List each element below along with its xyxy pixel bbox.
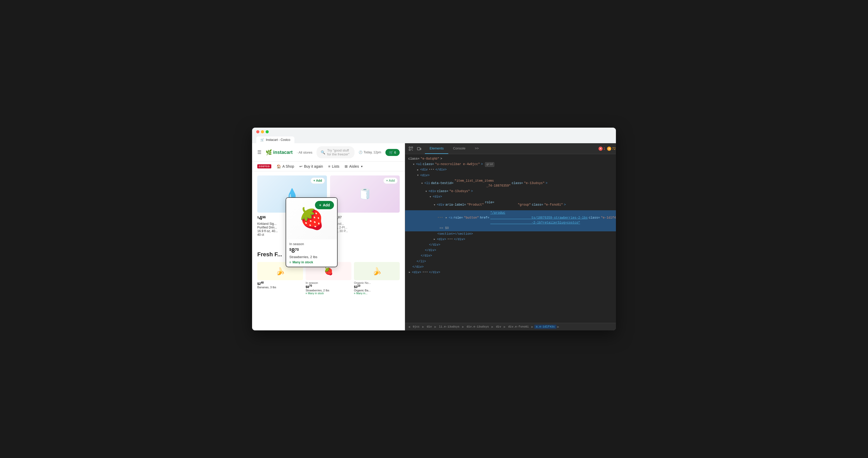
tissue-price: $2487: [330, 215, 400, 221]
close-button[interactable]: [256, 130, 259, 133]
grid-badge: grid: [485, 162, 494, 167]
tissue-name: Kirkland...Issue, 2-Pl...heets, 30 P...: [330, 222, 400, 233]
browser-window: 🛒 Instacart - Costco ☰ 🌿 instacart · All…: [252, 128, 616, 330]
strawberry-image-large: 🍓 + Add: [286, 198, 337, 239]
add-water-button[interactable]: + Add: [311, 178, 325, 184]
price-integer: 8: [291, 247, 295, 254]
warning-badge: ⚠ 72: [607, 147, 615, 151]
breadcrumb-9jcc[interactable]: 9jcc: [411, 325, 421, 329]
organic-label: Organic No...: [354, 281, 400, 284]
dt-line-12[interactable]: ▶ <div> ••• </div>: [405, 237, 616, 242]
add-label: Add: [323, 203, 330, 207]
minimize-button[interactable]: [261, 130, 264, 133]
maximize-button[interactable]: [266, 130, 269, 133]
tab-elements[interactable]: Elements: [425, 143, 448, 154]
browser-tab[interactable]: 🛒 Instacart - Costco: [256, 136, 294, 143]
breadcrumb-div[interactable]: div: [425, 325, 433, 329]
browser-chrome: 🛒 Instacart - Costco: [252, 128, 616, 143]
instacart-header: ☰ 🌿 instacart · All stores 🔍 Try "good s…: [252, 143, 405, 162]
strawberry-icon-small: 🍓: [324, 267, 333, 276]
dt-line-10-equals: == $0: [405, 225, 616, 231]
stock-indicator-large: ≡ Many in stock: [289, 261, 334, 264]
banana-price: $248: [257, 281, 303, 286]
dt-line-7[interactable]: ▼ <div>: [405, 194, 616, 200]
banana-icon: 🍌: [276, 267, 285, 276]
devtools-pane: Elements Console >> ✕ 1 ⚠ 72 ! 27: [405, 143, 616, 330]
collapse-arrow-7[interactable]: ▼: [433, 204, 436, 206]
collapse-arrow-3[interactable]: ▼: [416, 174, 419, 177]
breadcrumb-div-efsno8i[interactable]: div.e-fsno8i: [506, 325, 530, 329]
svg-rect-0: [409, 147, 410, 148]
product-card-tissue: 🧻 + Add $2487 Kirkland...Issue, 2-Pl...h…: [330, 176, 400, 213]
breadcrumb-a-e1dlf43s[interactable]: a.e-1dlf43s: [534, 325, 556, 329]
dt-line-4[interactable]: ▼ <div>: [405, 173, 616, 178]
aisles-chevron-icon: ▼: [361, 165, 363, 168]
dt-line-14: </div>: [405, 248, 616, 253]
stock-icon-large: ≡: [289, 261, 291, 264]
in-season-small: In season: [306, 281, 351, 284]
dt-line-1: class="e-8atqhb">: [405, 156, 616, 162]
nav-aisles[interactable]: ⊞ Aisles ▼: [345, 164, 363, 169]
svg-rect-2: [409, 149, 410, 151]
collapse-arrow-1[interactable]: ▼: [412, 163, 415, 166]
plus-icon: +: [319, 203, 321, 207]
nav-shop[interactable]: 🏠 A Shop: [277, 164, 294, 169]
dt-line-6[interactable]: ▼ <div class="e-13udsys">: [405, 189, 616, 194]
product-card-organic: 🍌 Organic No... $310 Organic Ba... ≡ Man…: [354, 262, 400, 295]
warning-count-circle: ⚠: [607, 147, 611, 151]
store-selector[interactable]: · All stores: [297, 151, 312, 154]
breadcrumb-div2[interactable]: div: [494, 325, 503, 329]
strawberry-small-name: Strawberries, 2 lbs: [306, 289, 351, 292]
dt-line-16: </li>: [405, 259, 616, 264]
tab-console[interactable]: Console: [448, 143, 470, 154]
device-toggle-icon[interactable]: [415, 145, 423, 152]
products-area: 💧 + Add $496 Kirkland Sig...Purified Dri…: [252, 171, 405, 299]
search-bar[interactable]: 🔍 Try "good stuff for the freezer": [316, 146, 354, 158]
dt-line-5[interactable]: ▼ <li data-testid="item_list_item_items …: [405, 178, 616, 189]
tab-more[interactable]: >>: [470, 143, 484, 154]
strawberry-card-body: In season $870 Strawberries, 2 lbs ≡ Man…: [286, 239, 337, 267]
collapse-arrow-4[interactable]: ▼: [421, 182, 423, 185]
add-tissue-button[interactable]: + Add: [383, 178, 398, 184]
dt-line-15: </div>: [405, 253, 616, 258]
hamburger-menu[interactable]: ☰: [257, 149, 261, 155]
dt-line-18[interactable]: ▶ <div> ••• </div>: [405, 270, 616, 275]
organic-image: 🍌: [354, 262, 400, 280]
in-season-label-large: In season: [289, 242, 334, 246]
dt-line-8[interactable]: ▼ <div aria-label="Product" role= "group…: [405, 200, 616, 210]
instacart-logo-text: instacart: [273, 150, 292, 155]
dt-line-3[interactable]: ▶ <div ••• </div>: [405, 167, 616, 173]
aisles-label: Aisles: [349, 164, 359, 169]
collapse-arrow-9[interactable]: ▶: [433, 238, 436, 241]
breadcrumb-back-arrow[interactable]: ◀: [408, 325, 410, 329]
search-icon: 🔍: [321, 150, 325, 154]
collapse-arrow-10[interactable]: ▶: [408, 271, 411, 274]
store-logo: COSTCO: [257, 164, 271, 169]
price-decimal: 70: [295, 247, 299, 252]
breadcrumb-forward-arrow[interactable]: ▶: [557, 325, 559, 329]
banana-name: Bananas, 3 lbs: [257, 286, 303, 289]
organic-price: $310: [354, 284, 400, 289]
devtools-breadcrumb: ◀ 9jcc ▶ div ▶ li.e-13udsys ▶ div.e-13ud…: [405, 323, 616, 330]
cursor-tool-icon[interactable]: [407, 145, 414, 152]
lists-label: Lists: [332, 164, 339, 169]
strawberry-emoji-large: 🍓: [299, 206, 324, 231]
instacart-pane: ☰ 🌿 instacart · All stores 🔍 Try "good s…: [252, 143, 405, 330]
cart-button[interactable]: 🛒 6: [385, 149, 400, 156]
add-strawberry-button-large[interactable]: + Add: [315, 201, 334, 209]
collapse-arrow-2[interactable]: ▶: [416, 169, 419, 171]
collapse-arrow-6[interactable]: ▼: [429, 196, 432, 198]
collapse-arrow-8[interactable]: ▶: [445, 217, 448, 219]
collapse-arrow-5[interactable]: ▼: [425, 190, 428, 193]
devtools-badges: ✕ 1 ⚠ 72 ! 27: [598, 147, 616, 151]
nav-buyagain[interactable]: ↩ Buy it again: [299, 164, 323, 169]
organic-icon: 🍌: [372, 267, 381, 276]
nav-lists[interactable]: ≡ Lists: [328, 164, 339, 169]
dt-line-9-highlighted[interactable]: ••• ▶ <a role="button" href="/produc ts/…: [405, 210, 616, 226]
breadcrumb-li-e13udsys[interactable]: li.e-13udsys: [437, 325, 461, 329]
warning-count: 72: [612, 147, 615, 151]
breadcrumb-div-e13udsys[interactable]: div.e-13udsys: [465, 325, 490, 329]
devtools-tools: [405, 145, 425, 152]
dt-line-2[interactable]: ▼ <ul class="u-noscrollbar e-4w9jcc"> gr…: [405, 162, 616, 167]
dt-line-11[interactable]: <section></section>: [405, 231, 616, 237]
